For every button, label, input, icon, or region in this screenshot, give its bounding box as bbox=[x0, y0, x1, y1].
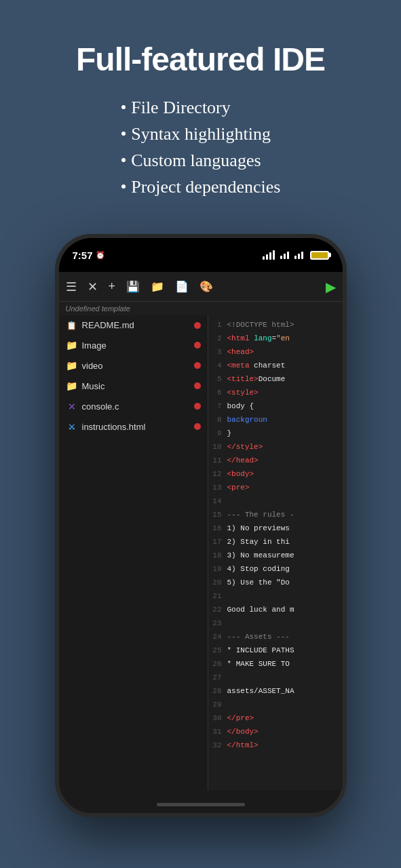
status-time: 7:57 bbox=[73, 250, 93, 261]
file-name-consolec: console.c bbox=[82, 401, 190, 412]
code-line-28: 28 assets/ASSET_NA bbox=[208, 684, 343, 698]
menu-button[interactable]: ☰ bbox=[66, 279, 77, 294]
file-name-instructions: instructions.html bbox=[82, 422, 190, 432]
file-dot-music bbox=[194, 382, 201, 389]
code-line-24: 24 --- Assets --- bbox=[208, 630, 343, 644]
phone-mockup: 7:57 ⏰ ☰ ✕ bbox=[55, 234, 347, 817]
code-line-4: 4 <meta charset bbox=[208, 359, 343, 372]
feature-custom-languages: • Custom languages bbox=[121, 147, 281, 174]
code-line-10: 10 </style> bbox=[208, 440, 343, 454]
code-line-14: 14 bbox=[208, 494, 343, 508]
code-line-23: 23 bbox=[208, 616, 343, 630]
dynamic-island bbox=[164, 243, 238, 262]
status-right bbox=[263, 250, 329, 260]
code-line-30: 30 </pre> bbox=[208, 711, 343, 725]
file-name-video: video bbox=[82, 361, 190, 371]
file-dot-consolec bbox=[194, 403, 201, 410]
code-line-17: 17 2) Stay in thi bbox=[208, 535, 343, 549]
code-line-1: 1 <!DOCTYPE html> bbox=[208, 318, 343, 332]
template-label: Undefined template bbox=[59, 302, 343, 315]
code-line-18: 18 3) No measureme bbox=[208, 549, 343, 562]
code-line-8: 8 backgroun bbox=[208, 413, 343, 427]
file-name-readme: README.md bbox=[82, 320, 190, 330]
code-line-12: 12 <body> bbox=[208, 467, 343, 481]
file-explorer: 📋 README.md 📁 Image 📁 video 📁 Music ⤫ bbox=[59, 315, 208, 790]
file-item-video[interactable]: 📁 video bbox=[59, 355, 208, 376]
code-lines: 1 <!DOCTYPE html> 2 <html lang="en 3 <he… bbox=[208, 315, 343, 790]
file-item-consolec[interactable]: ⤫ console.c bbox=[59, 396, 208, 416]
file-item-image[interactable]: 📁 Image bbox=[59, 335, 208, 355]
code-line-29: 29 bbox=[208, 698, 343, 711]
main-title: Full-featured IDE bbox=[27, 41, 374, 78]
feature-syntax-highlighting: • Syntax highlighting bbox=[121, 121, 281, 147]
code-line-21: 21 bbox=[208, 589, 343, 603]
alarm-icon: ⏰ bbox=[96, 251, 105, 260]
folder-music-icon: 📁 bbox=[66, 380, 78, 391]
copy-button[interactable]: 📄 bbox=[175, 280, 189, 293]
file-name-music: Music bbox=[82, 381, 190, 391]
code-line-19: 19 4) Stop coding bbox=[208, 562, 343, 576]
code-line-7: 7 body { bbox=[208, 399, 343, 413]
signal-icon bbox=[263, 250, 275, 260]
code-line-25: 25 * INCLUDE PATHS bbox=[208, 644, 343, 657]
file-item-readme[interactable]: 📋 README.md bbox=[59, 315, 208, 335]
folder-image-icon: 📁 bbox=[66, 340, 78, 351]
code-line-5: 5 <title>Docume bbox=[208, 372, 343, 386]
folder-video-icon: 📁 bbox=[66, 360, 78, 371]
code-line-16: 16 1) No previews bbox=[208, 521, 343, 535]
code-line-3: 3 <head> bbox=[208, 345, 343, 359]
feature-project-dependencies: • Project dependencies bbox=[121, 174, 281, 200]
status-left: 7:57 ⏰ bbox=[73, 250, 105, 261]
run-button[interactable]: ▶ bbox=[326, 279, 336, 295]
add-button[interactable]: + bbox=[109, 279, 116, 294]
code-line-26: 26 * MAKE SURE TO bbox=[208, 657, 343, 671]
code-line-2: 2 <html lang="en bbox=[208, 332, 343, 345]
code-line-13: 13 <pre> bbox=[208, 481, 343, 494]
battery-icon bbox=[310, 251, 329, 260]
code-line-32: 32 </html> bbox=[208, 738, 343, 752]
file-item-instructions[interactable]: ⤩ instructions.html bbox=[59, 416, 208, 437]
file-dot-readme bbox=[194, 322, 201, 329]
ide-toolbar: ☰ ✕ + 💾 📁 📄 🎨 ▶ bbox=[59, 272, 343, 302]
file-name-image: Image bbox=[82, 340, 190, 351]
lte-icon bbox=[294, 252, 303, 259]
ide-content: 📋 README.md 📁 Image 📁 video 📁 Music ⤫ bbox=[59, 315, 343, 790]
close-button[interactable]: ✕ bbox=[88, 279, 98, 294]
code-line-9: 9 } bbox=[208, 427, 343, 440]
file-dot-instructions bbox=[194, 423, 201, 430]
code-line-6: 6 <style> bbox=[208, 386, 343, 399]
feature-file-directory: • File Directory bbox=[121, 94, 281, 121]
code-editor[interactable]: 1 <!DOCTYPE html> 2 <html lang="en 3 <he… bbox=[208, 315, 343, 790]
code-line-11: 11 </head> bbox=[208, 454, 343, 467]
status-bar: 7:57 ⏰ bbox=[59, 238, 343, 272]
home-indicator bbox=[157, 803, 245, 806]
wifi-icon bbox=[280, 252, 289, 259]
palette-button[interactable]: 🎨 bbox=[199, 280, 213, 293]
code-line-15: 15 --- The rules - bbox=[208, 508, 343, 521]
code-line-27: 27 bbox=[208, 671, 343, 684]
code-line-31: 31 </body> bbox=[208, 725, 343, 738]
save-button[interactable]: 💾 bbox=[126, 280, 140, 293]
folder-button[interactable]: 📁 bbox=[151, 280, 164, 293]
file-dot-image bbox=[194, 342, 201, 349]
code-line-20: 20 5) Use the "Do bbox=[208, 576, 343, 589]
features-list: • File Directory • Syntax highlighting •… bbox=[121, 94, 281, 200]
file-item-music[interactable]: 📁 Music bbox=[59, 376, 208, 396]
readme-icon: 📋 bbox=[66, 321, 78, 330]
consolec-icon: ⤫ bbox=[66, 401, 78, 412]
code-line-22: 22 Good luck and m bbox=[208, 603, 343, 616]
file-dot-video bbox=[194, 362, 201, 369]
instructions-icon: ⤩ bbox=[66, 421, 78, 432]
header-section: Full-featured IDE • File Directory • Syn… bbox=[0, 0, 401, 220]
